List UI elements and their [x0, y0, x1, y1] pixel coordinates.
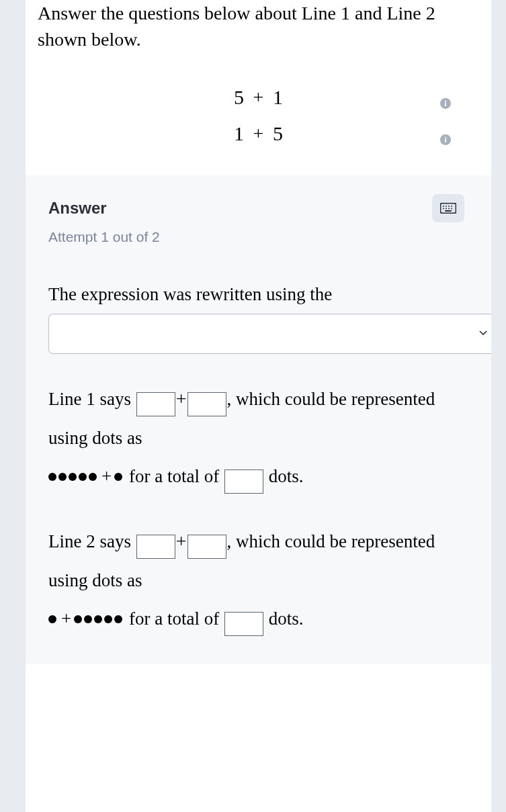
math-line1-a: 5 [234, 86, 244, 108]
lead-sentence: The expression was rewritten using the [48, 275, 472, 314]
svg-point-7 [443, 206, 444, 207]
math-line-2: 1 + 5 [26, 116, 491, 152]
math-line1-op: + [249, 88, 268, 107]
answer-header: Answer [48, 194, 472, 222]
line2-total-fill[interactable] [224, 612, 263, 636]
line2-fill-a[interactable] [136, 535, 175, 559]
line1-lead: Line 1 says [48, 389, 136, 409]
dots-suffix: dots. [264, 608, 304, 629]
line2-dots: + [48, 608, 124, 629]
svg-point-10 [451, 206, 452, 207]
answer-label: Answer [48, 199, 107, 218]
svg-point-11 [443, 208, 444, 210]
answer-panel: Answer Attempt 1 out of 2 The expression… [26, 175, 491, 664]
math-line2-a: 1 [234, 122, 244, 144]
svg-point-14 [451, 208, 452, 210]
info-icon[interactable] [440, 92, 451, 103]
total-label: for a total of [124, 466, 224, 486]
line1-fill-b[interactable] [187, 392, 226, 416]
line1-total-fill[interactable] [224, 469, 263, 494]
math-line1-b: 1 [273, 86, 283, 108]
math-line2-op: + [249, 124, 268, 143]
property-select[interactable] [48, 314, 491, 354]
question-card: Answer the questions below about Line 1 … [26, 0, 491, 812]
math-line-1: 5 + 1 [26, 79, 491, 116]
svg-rect-1 [445, 103, 446, 106]
svg-rect-5 [445, 137, 446, 138]
math-line2-b: 5 [273, 122, 283, 144]
dots-suffix: dots. [264, 466, 304, 486]
svg-point-13 [448, 208, 450, 210]
svg-rect-4 [445, 139, 446, 142]
plus-icon: + [176, 379, 187, 419]
svg-rect-2 [445, 101, 446, 102]
keyboard-button[interactable] [432, 194, 464, 222]
math-display: 5 + 1 1 + 5 [26, 79, 491, 152]
line1-dots: + [48, 466, 124, 486]
line2-fill-b[interactable] [187, 535, 226, 559]
line2-block: Line 2 says +, which could be represente… [48, 522, 472, 637]
total-label: for a total of [124, 608, 224, 629]
svg-point-8 [446, 206, 447, 207]
property-select-wrap [48, 314, 491, 354]
info-icon[interactable] [440, 128, 451, 139]
keyboard-icon [440, 203, 456, 214]
line1-block: Line 1 says +, which could be represente… [48, 379, 472, 495]
line2-lead: Line 2 says [48, 531, 136, 551]
line1-fill-a[interactable] [136, 392, 175, 416]
svg-point-12 [446, 208, 447, 210]
attempt-text: Attempt 1 out of 2 [48, 229, 472, 245]
question-prompt: Answer the questions below about Line 1 … [26, 0, 491, 73]
svg-rect-6 [441, 204, 456, 214]
plus-icon: + [176, 522, 187, 561]
svg-rect-15 [445, 210, 452, 212]
svg-point-9 [448, 206, 450, 207]
